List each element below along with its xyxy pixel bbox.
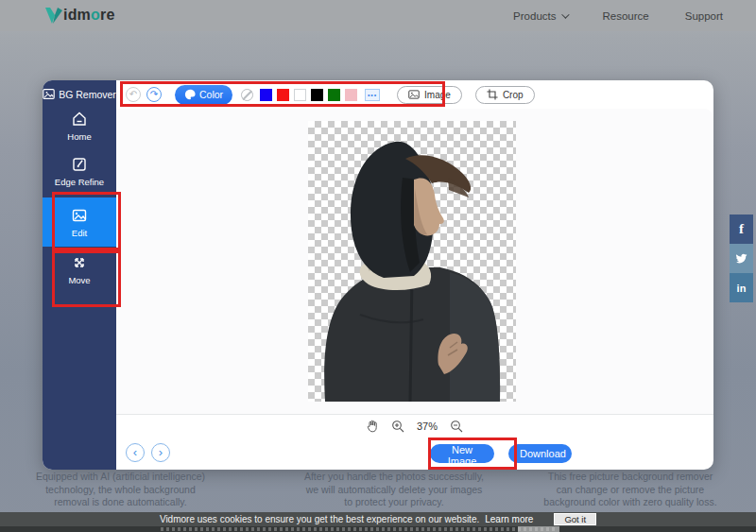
next-image-button[interactable]: › <box>151 443 170 462</box>
twitter-icon[interactable] <box>730 244 753 273</box>
cookie-message: Vidmore uses cookies to ensure you get t… <box>160 514 479 524</box>
panel-title: BG Remover <box>43 88 116 100</box>
sidebar-item-edit[interactable]: Edit <box>43 207 116 238</box>
chevron-down-icon <box>561 10 569 18</box>
zoom-out-icon[interactable] <box>450 420 463 433</box>
feature-text-privacy: After you handle the photos successfully… <box>286 471 502 509</box>
editor-toolbar: ↶ ↷ Color ••• Image <box>116 80 713 109</box>
logo-text: idmore <box>63 7 115 24</box>
sidebar-item-home[interactable]: Home <box>43 111 116 142</box>
panel-footer: ‹ › New Image Download <box>116 436 713 470</box>
zoom-level: 37% <box>417 420 438 432</box>
sidebar: BG Remover Home Edge Refine Edit <box>43 80 116 470</box>
undo-button[interactable]: ↶ <box>126 87 141 102</box>
site-header: idmore Products Resource Support <box>0 0 756 31</box>
canvas-divider <box>116 414 713 415</box>
move-icon <box>71 254 88 271</box>
sidebar-item-move[interactable]: Move <box>43 254 116 285</box>
page: idmore Products Resource Support BG Remo… <box>0 0 756 532</box>
home-icon <box>71 111 88 128</box>
zoom-in-icon[interactable] <box>391 420 404 433</box>
previous-image-button[interactable]: ‹ <box>126 443 145 462</box>
swatch-red[interactable] <box>277 89 289 101</box>
sidebar-item-edge-refine[interactable]: Edge Refine <box>43 156 116 187</box>
crop-icon <box>487 89 498 100</box>
new-image-button[interactable]: New Image <box>430 444 494 463</box>
bg-remover-icon <box>43 88 55 100</box>
social-share-bar: f in <box>730 215 753 302</box>
color-button[interactable]: Color <box>175 85 232 105</box>
redo-button[interactable]: ↷ <box>146 87 162 102</box>
edit-image-icon <box>71 207 88 224</box>
nav-resource[interactable]: Resource <box>603 10 649 22</box>
vidmore-logo[interactable]: idmore <box>41 4 115 26</box>
no-color-swatch[interactable] <box>241 89 253 101</box>
bg-remover-panel: BG Remover Home Edge Refine Edit <box>43 80 713 470</box>
edge-refine-icon <box>71 156 88 173</box>
linkedin-icon[interactable]: in <box>730 273 753 302</box>
download-button[interactable]: Download <box>508 444 572 463</box>
nav-support[interactable]: Support <box>685 10 723 22</box>
page-bottom-strip <box>0 526 756 532</box>
pan-hand-icon[interactable] <box>367 420 379 433</box>
blurred-text <box>161 527 558 531</box>
zoom-controls: 37% <box>116 417 713 436</box>
swatch-pink[interactable] <box>345 89 357 101</box>
feature-text-ai: Equipped with AI (artificial intelligenc… <box>19 471 222 509</box>
swatch-black[interactable] <box>311 89 323 101</box>
editor-canvas <box>116 109 713 414</box>
crop-button[interactable]: Crop <box>475 86 535 104</box>
swatch-white[interactable] <box>294 89 306 101</box>
cookie-banner: Vidmore uses cookies to ensure you get t… <box>0 512 756 526</box>
vidmore-v-icon <box>41 4 63 26</box>
transparent-image-canvas[interactable] <box>308 121 516 402</box>
palette-icon <box>184 89 196 100</box>
got-it-button[interactable]: Got it <box>554 513 596 525</box>
image-button[interactable]: Image <box>397 86 462 104</box>
image-icon <box>408 89 420 100</box>
main-nav: Products Resource Support <box>513 0 723 31</box>
feature-text-quality: This free picture background removercan … <box>523 471 738 509</box>
learn-more-link[interactable]: Learn more <box>485 514 533 524</box>
blurred-button <box>518 526 559 532</box>
nav-products[interactable]: Products <box>513 10 566 22</box>
more-colors-button[interactable]: ••• <box>365 89 380 101</box>
facebook-icon[interactable]: f <box>730 215 753 244</box>
swatch-blue[interactable] <box>260 89 272 101</box>
person-cutout-photo <box>308 121 516 402</box>
swatch-green[interactable] <box>328 89 340 101</box>
